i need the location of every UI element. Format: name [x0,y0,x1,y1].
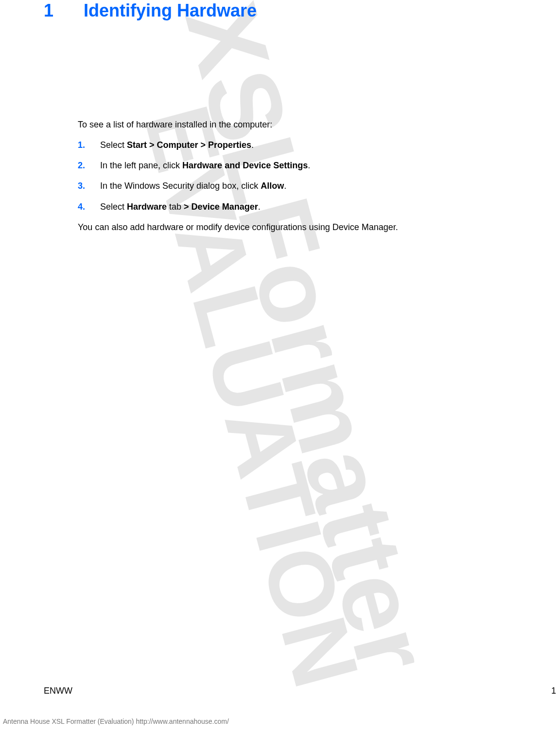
step-number: 2. [78,159,89,172]
page-footer: ENWW 1 [44,686,556,696]
step-text: In the Windows Security dialog box, clic… [100,179,516,192]
chapter-number: 1 [44,0,79,21]
step-text: Select Hardware tab > Device Manager. [100,200,516,213]
footer-page-number: 1 [551,686,556,696]
step-number: 1. [78,139,89,151]
content-area: To see a list of hardware installed in t… [78,118,516,233]
step-text: Select Start > Computer > Properties. [100,139,516,151]
step-item: 1. Select Start > Computer > Properties. [78,139,516,151]
chapter-title: Identifying Hardware [84,0,257,20]
step-number: 4. [78,200,89,213]
footer-left: ENWW [44,686,72,696]
step-item: 3. In the Windows Security dialog box, c… [78,179,516,192]
step-number: 3. [78,179,89,192]
closing-text: You can also add hardware or modify devi… [78,221,516,233]
step-item: 2. In the left pane, click Hardware and … [78,159,516,172]
step-text: In the left pane, click Hardware and Dev… [100,159,516,172]
page: 1 Identifying Hardware To see a list of … [0,0,560,735]
intro-text: To see a list of hardware installed in t… [78,118,516,131]
step-item: 4. Select Hardware tab > Device Manager. [78,200,516,213]
steps-list: 1. Select Start > Computer > Properties.… [78,139,516,213]
chapter-heading: 1 Identifying Hardware [44,0,516,21]
formatter-credit: Antenna House XSL Formatter (Evaluation)… [3,717,229,725]
